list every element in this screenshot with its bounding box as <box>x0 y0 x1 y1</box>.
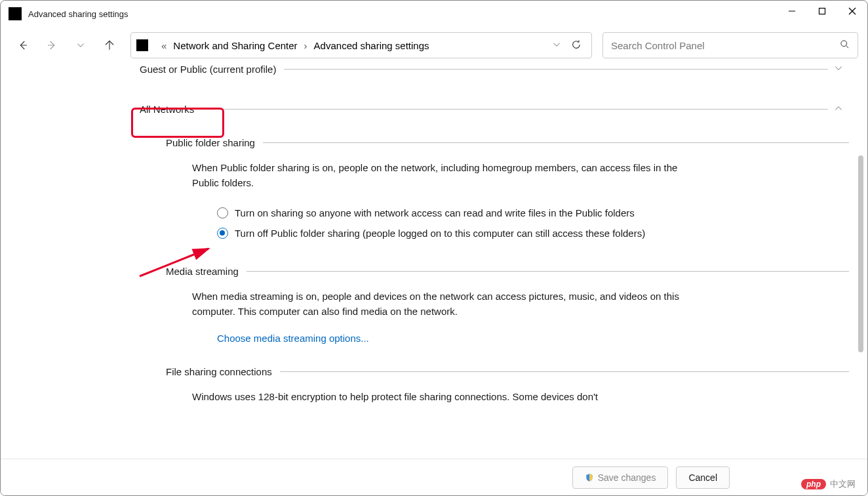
chevron-down-icon[interactable] <box>828 64 849 75</box>
breadcrumb-prefix-icon: « <box>161 40 167 51</box>
svg-rect-1 <box>819 9 825 14</box>
radio-label: Turn off Public folder sharing (people l… <box>235 226 645 241</box>
media-streaming-description: When media streaming is on, people and d… <box>192 289 703 320</box>
watermark: php 中文网 <box>801 478 856 490</box>
svg-point-7 <box>841 41 847 47</box>
section-all-networks-label: All Networks <box>140 104 194 115</box>
save-changes-button[interactable]: Save changes <box>572 466 669 489</box>
breadcrumb-item-2[interactable]: Advanced sharing settings <box>314 40 429 51</box>
cancel-button[interactable]: Cancel <box>676 466 730 489</box>
media-streaming-link[interactable]: Choose media streaming options... <box>217 333 369 344</box>
back-button[interactable] <box>10 32 36 58</box>
cancel-button-label: Cancel <box>688 472 717 483</box>
divider <box>280 371 849 372</box>
radio-option-turn-off[interactable]: Turn off Public folder sharing (people l… <box>217 226 715 241</box>
search-input[interactable] <box>611 40 840 51</box>
divider <box>247 271 849 272</box>
divider <box>202 109 828 110</box>
recent-dropdown[interactable] <box>68 32 94 58</box>
subsection-media-streaming: Media streaming <box>166 266 849 277</box>
divider <box>263 142 849 143</box>
watermark-badge: php <box>801 479 826 489</box>
divider <box>284 69 828 70</box>
svg-line-8 <box>846 45 848 48</box>
breadcrumb-item-1[interactable]: Network and Sharing Center <box>173 40 297 51</box>
minimize-button[interactable] <box>777 1 807 22</box>
search-box[interactable] <box>602 32 858 58</box>
subsection-heading: Public folder sharing <box>166 137 255 148</box>
window-controls <box>777 1 867 22</box>
radio-label: Turn on sharing so anyone with network a… <box>235 205 635 220</box>
file-sharing-connections-description: Windows uses 128-bit encryption to help … <box>192 389 703 404</box>
window-title: Advanced sharing settings <box>28 9 128 19</box>
address-bar[interactable]: « Network and Sharing Center › Advanced … <box>130 32 592 58</box>
watermark-text: 中文网 <box>830 478 856 490</box>
radio-icon[interactable] <box>217 207 228 218</box>
radio-option-turn-on[interactable]: Turn on sharing so anyone with network a… <box>217 205 715 220</box>
subsection-public-folder-sharing: Public folder sharing <box>166 137 849 148</box>
location-icon <box>136 39 148 51</box>
chevron-up-icon[interactable] <box>828 104 849 115</box>
section-guest-public-label: Guest or Public (current profile) <box>140 64 276 75</box>
public-folder-sharing-options: Turn on sharing so anyone with network a… <box>217 205 849 241</box>
shield-icon <box>585 473 594 482</box>
subsection-heading: Media streaming <box>166 266 239 277</box>
section-guest-public[interactable]: Guest or Public (current profile) <box>140 64 849 75</box>
search-icon[interactable] <box>840 39 850 51</box>
scrollbar[interactable] <box>857 69 865 453</box>
scrollbar-thumb[interactable] <box>858 155 863 352</box>
app-icon <box>9 7 22 20</box>
close-button[interactable] <box>837 1 867 22</box>
maximize-button[interactable] <box>807 1 837 22</box>
radio-icon[interactable] <box>217 228 228 239</box>
subsection-heading: File sharing connections <box>166 366 272 377</box>
breadcrumb-separator-icon: › <box>304 40 307 51</box>
forward-button[interactable] <box>39 32 65 58</box>
navbar: « Network and Sharing Center › Advanced … <box>1 27 867 64</box>
titlebar: Advanced sharing settings <box>1 1 867 27</box>
save-button-label: Save changes <box>598 472 656 483</box>
bottom-bar: Save changes Cancel <box>1 459 867 495</box>
content-area: Guest or Public (current profile) All Ne… <box>1 64 849 453</box>
section-all-networks[interactable]: All Networks <box>140 104 849 115</box>
subsection-file-sharing-connections: File sharing connections <box>166 366 849 377</box>
refresh-icon[interactable] <box>566 39 586 52</box>
up-button[interactable] <box>96 32 123 58</box>
public-folder-sharing-description: When Public folder sharing is on, people… <box>192 160 703 191</box>
address-dropdown-icon[interactable] <box>547 40 566 51</box>
